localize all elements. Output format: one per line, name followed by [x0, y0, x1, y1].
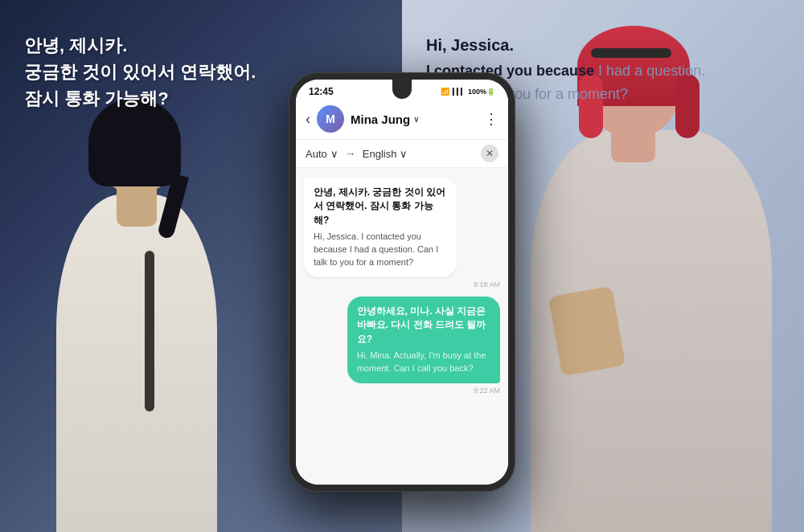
message-outgoing-1: 안녕하세요, 미나. 사실 지금은 바빠요. 다시 전화 드려도 될까요? Hi… — [347, 297, 500, 383]
source-language-selector[interactable]: Auto ∨ — [306, 148, 338, 160]
more-options-button[interactable]: ⋮ — [484, 110, 498, 128]
message-outgoing-english-1: Hi, Mina. Actually, I'm busy at the mome… — [357, 350, 490, 375]
phone-mockup: 12:45 📶 ▎▎▎ 100%🔋 ‹ M Mina Jung ∨ ⋮ — [289, 73, 515, 491]
back-button[interactable]: ‹ — [306, 111, 310, 128]
korean-line3: 잠시 통화 가능해? — [24, 85, 256, 112]
message-english-1: Hi, Jessica. I contacted you because I h… — [314, 231, 447, 269]
target-lang-chevron: ∨ — [400, 148, 408, 160]
close-icon: ✕ — [486, 148, 494, 159]
phone-screen: 12:45 📶 ▎▎▎ 100%🔋 ‹ M Mina Jung ∨ ⋮ — [296, 80, 508, 485]
source-lang-label: Auto — [306, 148, 327, 160]
source-lang-chevron: ∨ — [330, 148, 338, 160]
message-outgoing-korean-1: 안녕하세요, 미나. 사실 지금은 바빠요. 다시 전화 드려도 될까요? — [357, 305, 490, 346]
chat-messages-area[interactable]: 안녕, 제시카. 궁금한 것이 있어서 연락했어. 잠시 통화 가능해? Hi,… — [296, 168, 508, 485]
target-lang-label: English — [363, 148, 397, 160]
message-incoming-1: 안녕, 제시카. 궁금한 것이 있어서 연락했어. 잠시 통화 가능해? Hi,… — [304, 178, 457, 277]
korean-text-overlay: 안녕, 제시카. 궁금한 것이 있어서 연락했어. 잠시 통화 가능해? — [24, 32, 256, 112]
status-time: 12:45 — [309, 86, 334, 97]
korean-line1: 안녕, 제시카. — [24, 32, 256, 59]
wifi-icon: 📶 — [441, 88, 449, 96]
contact-name-area: Mina Jung ∨ — [351, 113, 419, 126]
translation-bar: Auto ∨ → English ∨ ✕ — [296, 140, 508, 168]
english-line1: Hi, Jessica. — [426, 32, 705, 58]
status-icons: 📶 ▎▎▎ 100%🔋 — [441, 88, 495, 96]
message-time-1: 9:18 AM — [304, 280, 500, 289]
chat-header: ‹ M Mina Jung ∨ ⋮ — [296, 100, 508, 140]
message-korean-1: 안녕, 제시카. 궁금한 것이 있어서 연락했어. 잠시 통화 가능해? — [314, 186, 447, 227]
contact-avatar: M — [317, 105, 344, 133]
target-language-selector[interactable]: English ∨ — [363, 148, 408, 160]
phone-notch — [392, 80, 412, 99]
contact-name-chevron[interactable]: ∨ — [413, 115, 419, 124]
translation-direction-arrow: → — [345, 147, 356, 160]
english-faded-line1: I had a question. — [598, 63, 705, 79]
battery-icon: 100%🔋 — [468, 88, 495, 96]
korean-line2: 궁금한 것이 있어서 연락했어. — [24, 59, 256, 85]
translation-close-button[interactable]: ✕ — [481, 145, 498, 162]
message-time-2: 9:22 AM — [474, 387, 500, 395]
contact-name-text: Mina Jung — [351, 113, 410, 126]
signal-icon: ▎▎▎ — [453, 88, 465, 96]
phone-body: 12:45 📶 ▎▎▎ 100%🔋 ‹ M Mina Jung ∨ ⋮ — [289, 73, 515, 491]
